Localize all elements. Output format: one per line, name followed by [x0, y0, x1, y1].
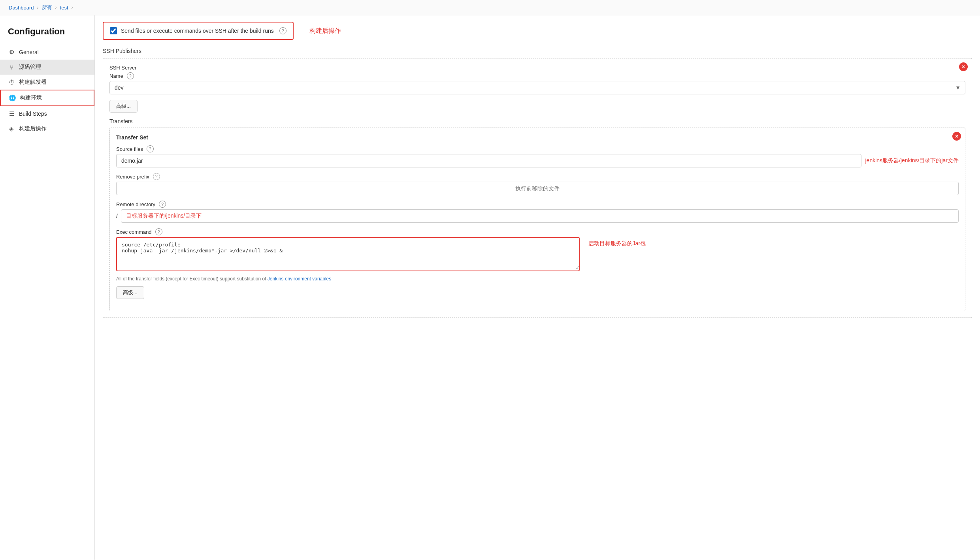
- trigger-icon: ⏱: [8, 79, 15, 86]
- sidebar-item-label: 构建环境: [20, 94, 42, 101]
- sidebar-item-label: 构建触发器: [19, 79, 47, 86]
- ssh-checkbox-row[interactable]: Send files or execute commands over SSH …: [103, 22, 294, 40]
- source-files-row: jenkins服务器/jenkins/目录下的jar文件: [116, 154, 959, 167]
- remove-prefix-help[interactable]: ?: [153, 173, 160, 180]
- main-content: Send files or execute commands over SSH …: [95, 15, 980, 560]
- sidebar-title: Configuration: [0, 23, 94, 45]
- advanced-button-1[interactable]: 高级...: [109, 100, 138, 113]
- sidebar-item-label: General: [19, 49, 39, 55]
- remote-dir-row: /: [116, 209, 959, 223]
- jenkins-env-vars-link[interactable]: Jenkins environment variables: [268, 276, 331, 282]
- postbuild-icon: ◈: [8, 125, 15, 132]
- breadcrumb-dashboard[interactable]: Dashboard: [9, 5, 34, 11]
- exec-command-box: source /etc/profile nohup java -jar /jen…: [116, 237, 580, 271]
- ssh-server-select[interactable]: dev: [109, 81, 965, 94]
- ssh-server-box: × SSH Server Name ? dev ▼ 高级... Transfer…: [103, 58, 972, 318]
- ssh-publishers-label: SSH Publishers: [95, 46, 980, 58]
- footnote: All of the transfer fields (except for E…: [116, 276, 959, 282]
- breadcrumb-sep3: ›: [72, 5, 73, 10]
- ssh-checkbox[interactable]: [110, 27, 117, 34]
- section-header: Send files or execute commands over SSH …: [95, 15, 980, 46]
- transfers-label: Transfers: [109, 118, 965, 124]
- breadcrumb: Dashboard › 所有 › test ›: [0, 0, 980, 15]
- sidebar-item-env[interactable]: 🌐 构建环境: [0, 90, 94, 106]
- ssh-server-section-title: SSH Server: [109, 65, 965, 71]
- sidebar-item-source[interactable]: ⑂ 源码管理: [0, 60, 94, 75]
- env-icon: 🌐: [9, 94, 16, 101]
- exec-command-help[interactable]: ?: [155, 228, 162, 235]
- remote-dir-prefix: /: [116, 213, 118, 219]
- ssh-server-select-wrapper: dev ▼: [109, 81, 965, 94]
- source-files-input[interactable]: [116, 154, 861, 167]
- gear-icon: ⚙: [8, 49, 15, 56]
- remove-prefix-label: Remove prefix ?: [116, 173, 959, 180]
- postbuild-annotation: 构建后操作: [309, 27, 341, 35]
- exec-command-textarea[interactable]: source /etc/profile nohup java -jar /jen…: [117, 238, 579, 269]
- remote-dir-label: Remote directory ?: [116, 201, 959, 208]
- source-files-label: Source files ?: [116, 145, 959, 152]
- breadcrumb-sep1: ›: [37, 5, 39, 10]
- source-icon: ⑂: [8, 64, 15, 71]
- sidebar-item-buildsteps[interactable]: ☰ Build Steps: [0, 106, 94, 121]
- advanced-button-2[interactable]: 高级...: [116, 286, 144, 299]
- breadcrumb-sep2: ›: [55, 5, 57, 10]
- breadcrumb-suoyou[interactable]: 所有: [42, 4, 52, 11]
- sidebar: Configuration ⚙ General ⑂ 源码管理 ⏱ 构建触发器 🌐…: [0, 15, 95, 560]
- ssh-name-help[interactable]: ?: [127, 72, 134, 79]
- sidebar-item-label: 源码管理: [19, 64, 41, 71]
- exec-annotation: 启动目标服务器的Jar包: [588, 240, 646, 247]
- remote-dir-help[interactable]: ?: [159, 201, 166, 208]
- transfer-set-title: Transfer Set: [116, 134, 959, 141]
- ssh-server-name-label: Name ?: [109, 72, 965, 79]
- sidebar-item-label: Build Steps: [19, 111, 47, 117]
- ssh-checkbox-label: Send files or execute commands over SSH …: [121, 28, 274, 34]
- source-files-annotation: jenkins服务器/jenkins/目录下的jar文件: [865, 157, 959, 164]
- sidebar-item-trigger[interactable]: ⏱ 构建触发器: [0, 75, 94, 90]
- buildsteps-icon: ☰: [8, 110, 15, 117]
- transfer-set-close[interactable]: ×: [952, 132, 961, 141]
- sidebar-item-postbuild[interactable]: ◈ 构建后操作: [0, 121, 94, 136]
- transfer-set-box: × Transfer Set Source files ? jenkins服务器…: [109, 128, 965, 311]
- source-files-help[interactable]: ?: [147, 145, 154, 152]
- breadcrumb-test[interactable]: test: [60, 5, 68, 11]
- sidebar-item-label: 构建后操作: [19, 125, 47, 132]
- exec-command-label: Exec command ?: [116, 228, 959, 235]
- ssh-server-close[interactable]: ×: [959, 62, 968, 71]
- sidebar-item-general[interactable]: ⚙ General: [0, 45, 94, 60]
- remote-dir-input[interactable]: [121, 209, 959, 223]
- remove-prefix-input[interactable]: [116, 182, 959, 195]
- ssh-checkbox-help[interactable]: ?: [279, 27, 286, 34]
